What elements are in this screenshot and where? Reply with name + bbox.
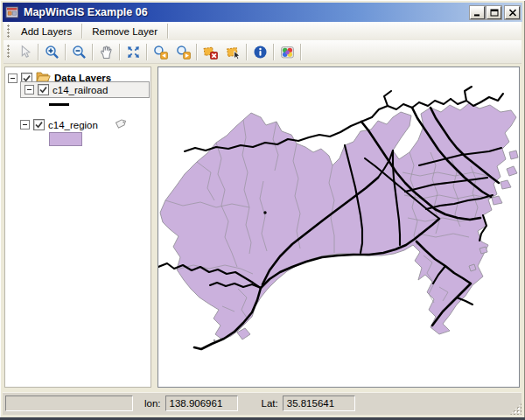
toolbar-grip[interactable] [5, 45, 11, 59]
layer-visibility-checkbox[interactable] [38, 84, 49, 95]
layer-row-railroad[interactable]: c14_railroad [20, 81, 150, 98]
symbology-palette-button[interactable] [276, 42, 298, 62]
legend-map-splitter[interactable] [151, 66, 158, 388]
zoom-extent-button[interactable] [122, 42, 144, 62]
close-icon [508, 9, 517, 17]
layer-row-region[interactable]: c14_region [20, 117, 128, 132]
map-render [158, 67, 519, 387]
collapse-expander-icon[interactable] [8, 74, 18, 83]
menu-separator [81, 24, 82, 38]
collapse-expander-icon[interactable] [24, 85, 34, 94]
select-shape-icon [226, 45, 241, 60]
status-bar: lon: 138.906961 Lat: 35.815641 [3, 392, 522, 415]
tool-strip [4, 40, 522, 64]
close-button[interactable] [505, 6, 520, 19]
titlebar[interactable]: MapWinGIS Example 06 [3, 3, 522, 22]
toolbar-separator [300, 44, 301, 60]
toolbar-separator [38, 44, 38, 60]
region-fill-symbol[interactable] [49, 132, 82, 146]
status-panel-empty [5, 396, 133, 411]
toolbar-separator [146, 44, 147, 60]
zoom-out-button[interactable] [67, 42, 90, 62]
symbology-palette-icon [280, 45, 295, 60]
collapse-expander-icon[interactable] [20, 120, 30, 130]
minimize-icon [473, 9, 482, 17]
zoom-previous-icon [153, 45, 168, 60]
lat-value: 35.815641 [283, 396, 355, 411]
pan-hand-icon [99, 45, 114, 60]
toolbar-separator [246, 44, 247, 60]
zoom-in-icon [45, 45, 60, 60]
menu-strip: Add Layers Remove Layer [4, 22, 522, 40]
menu-separator [167, 24, 168, 38]
layer-label: c14_railroad [52, 85, 108, 95]
toolbar-separator [92, 44, 93, 60]
lon-label: lon: [144, 398, 161, 409]
toolbar-separator [273, 44, 274, 60]
window-title: MapWinGIS Example 06 [24, 6, 468, 18]
minimize-button[interactable] [470, 6, 485, 19]
info-icon [253, 45, 268, 60]
layer-label: c14_region [48, 120, 98, 130]
app-icon [5, 5, 19, 19]
menu-add-layers[interactable]: Add Layers [13, 22, 80, 40]
zoom-next-icon [176, 45, 191, 60]
maximize-button[interactable] [486, 6, 501, 19]
toolbar-separator [196, 44, 197, 60]
legend-panel: Data Layers c14_railroad c14_region [4, 66, 151, 388]
tag-icon [114, 117, 128, 132]
toolbar-separator [119, 44, 120, 60]
lon-value: 138.906961 [165, 396, 238, 411]
menu-remove-layer[interactable]: Remove Layer [84, 22, 165, 40]
app-window: MapWinGIS Example 06 Add Layers Remove L… [0, 0, 525, 420]
map-canvas[interactable] [158, 66, 520, 388]
select-shape-button[interactable] [221, 42, 244, 62]
pointer-icon [18, 45, 32, 60]
railroad-line-symbol[interactable] [49, 103, 69, 106]
clear-selection-icon [203, 45, 218, 60]
zoom-next-button[interactable] [172, 42, 194, 62]
layer-visibility-checkbox[interactable] [33, 119, 45, 130]
resize-grip[interactable] [510, 403, 522, 415]
maximize-icon [490, 9, 499, 17]
menu-grip[interactable] [5, 24, 11, 38]
clear-selection-button[interactable] [199, 42, 221, 62]
identify-info-button[interactable] [248, 42, 271, 62]
pan-button[interactable] [94, 42, 117, 62]
lat-label: Lat: [262, 398, 278, 409]
zoom-extent-icon [126, 45, 141, 60]
zoom-previous-button[interactable] [149, 42, 172, 62]
zoom-out-icon [72, 45, 87, 60]
zoom-in-button[interactable] [40, 42, 63, 62]
pointer-button[interactable] [13, 42, 36, 62]
check-icon [34, 120, 44, 130]
toolbar-separator [65, 44, 66, 60]
check-icon [38, 85, 48, 94]
